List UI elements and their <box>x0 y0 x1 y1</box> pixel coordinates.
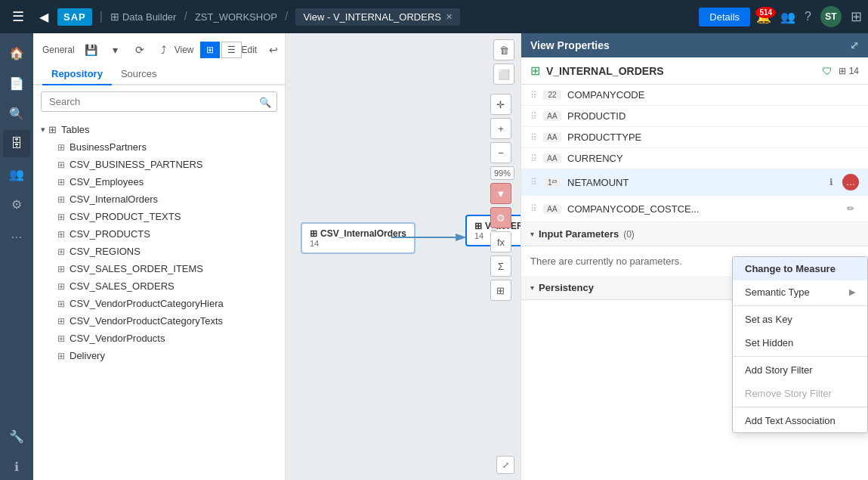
move-control[interactable]: ✛ <box>490 94 511 115</box>
transform-button[interactable]: ⚙ <box>490 207 511 228</box>
sigma-button[interactable]: Σ <box>490 255 511 277</box>
sidebar-general-label: General <box>42 45 75 55</box>
nav-home-icon[interactable]: 🏠 <box>3 39 30 67</box>
user-avatar[interactable]: ST <box>820 6 842 27</box>
drag-handle[interactable]: ⠿ <box>530 203 537 214</box>
list-item[interactable]: ⊞ BusinessPartners <box>33 138 285 156</box>
panel-expand-icon[interactable]: ⤢ <box>850 39 859 51</box>
drag-handle[interactable]: ⠿ <box>530 111 537 122</box>
nav-tools-icon[interactable]: 🔧 <box>3 423 30 450</box>
input-params-empty-text: There are currently no parameters. <box>530 255 682 267</box>
col-name: CURRENCY <box>567 153 859 164</box>
expand-node-button[interactable]: ⬜ <box>493 63 514 85</box>
tree-item-label: CSV_PRODUCT_TEXTS <box>70 211 181 222</box>
trash-button[interactable]: 🗑 <box>493 39 514 60</box>
table-icon: ⊞ <box>57 229 65 240</box>
filter-button[interactable]: ▼ <box>490 183 511 204</box>
hamburger-menu-icon[interactable]: ☰ <box>6 5 30 28</box>
save-button[interactable]: 💾 <box>81 39 102 60</box>
view-section: View ⊞ ☰ <box>175 42 242 58</box>
collaboration-icon[interactable]: 👥 <box>780 10 795 24</box>
ctx-set-hidden[interactable]: Set Hidden <box>733 331 867 355</box>
diagram-view-button[interactable]: ⊞ <box>200 42 220 58</box>
tree-item-label: CSV_VendorProducts <box>70 333 165 344</box>
top-bar-icons: 🔔 514 👥 ? ST ⊞ <box>756 6 862 27</box>
table-icon: ⊞ <box>57 333 65 344</box>
tab-sources[interactable]: Sources <box>112 63 166 85</box>
canvas-area: 🗑 ⬜ ✛ + − 99% ▼ ⚙ fx Σ ⊞ ⊞ CSV_InternalO… <box>286 33 520 480</box>
persistency-title: Persistency <box>539 282 594 293</box>
input-params-section[interactable]: ▾ Input Parameters (0) <box>521 222 868 246</box>
drag-handle[interactable]: ⠿ <box>530 153 537 164</box>
nav-settings-icon[interactable]: ⚙ <box>3 190 30 218</box>
back-button[interactable]: ◀ <box>36 7 51 27</box>
tables-group[interactable]: ▾ ⊞ Tables <box>33 121 285 138</box>
tab-repository[interactable]: Repository <box>42 63 112 85</box>
table-icon: ⊞ <box>57 177 65 187</box>
ctx-set-as-key[interactable]: Set as Key <box>733 308 867 331</box>
tree-item-label: BusinessPartners <box>70 141 147 153</box>
list-item[interactable]: ⊞ CSV_InternalOrders <box>33 190 285 208</box>
undo-button[interactable]: ↩ <box>263 39 284 60</box>
list-item[interactable]: ⊞ CSV_PRODUCTS <box>33 225 285 243</box>
ctx-add-story-filter[interactable]: Add Story Filter <box>733 358 867 382</box>
col-count-value: 14 <box>849 66 859 76</box>
workshop-label[interactable]: ZST_WORKSHOP <box>195 11 277 23</box>
zoom-out-button[interactable]: − <box>490 142 511 163</box>
nav-more-icon[interactable]: … <box>3 221 30 248</box>
zoom-in-button[interactable]: + <box>490 118 511 139</box>
edit-button[interactable]: ✏ <box>842 200 859 217</box>
refresh-button[interactable]: ⟳ <box>129 39 150 60</box>
share-button[interactable]: ⤴ <box>153 39 175 60</box>
list-item[interactable]: ⊞ CSV_VendorProductCategoryTexts <box>33 312 285 330</box>
help-icon[interactable]: ? <box>805 10 811 23</box>
view-name-row: ⊞ V_INTERNAL_ORDERS 🛡 ⊞ 14 <box>521 57 868 85</box>
info-button[interactable]: ℹ <box>823 174 839 190</box>
list-item[interactable]: ⊞ CSV_SALES_ORDER_ITEMS <box>33 260 285 277</box>
view-table-icon: ⊞ <box>530 63 540 78</box>
list-item[interactable]: ⊞ CSV_VendorProducts <box>33 330 285 347</box>
tab-close-icon[interactable]: ✕ <box>446 12 453 22</box>
nav-info-icon[interactable]: ℹ <box>3 453 30 480</box>
col-name: COMPANYCODE <box>567 89 859 101</box>
col-name: PRODUCTID <box>567 110 859 122</box>
ctx-change-to-measure[interactable]: Change to Measure <box>733 257 867 280</box>
drag-handle[interactable]: ⠿ <box>530 177 537 187</box>
nav-page-icon[interactable]: 📄 <box>3 70 30 97</box>
ctx-remove-story-filter[interactable]: Remove Story Filter <box>733 382 867 405</box>
list-view-button[interactable]: ☰ <box>221 42 242 58</box>
apps-grid-icon[interactable]: ⊞ <box>851 8 862 25</box>
list-item[interactable]: ⊞ CSV_Employees <box>33 173 285 190</box>
table-icon: ⊞ <box>310 228 317 239</box>
ctx-add-text-association[interactable]: Add Text Association <box>733 409 867 432</box>
right-panel-header: View Properties ⤢ <box>521 33 868 57</box>
details-button[interactable]: Details <box>699 8 750 26</box>
drag-handle[interactable]: ⠿ <box>530 90 537 101</box>
nav-group-icon[interactable]: 👥 <box>3 160 30 187</box>
save-dropdown-button[interactable]: ▾ <box>105 39 126 60</box>
app-name: ⊞ Data Builder <box>110 11 177 23</box>
view-tab[interactable]: View - V_INTERNAL_ORDERS ✕ <box>295 8 460 26</box>
more-options-button[interactable]: … <box>842 174 859 190</box>
drag-handle[interactable]: ⠿ <box>530 132 537 143</box>
list-item[interactable]: ⊞ Delivery <box>33 347 285 364</box>
section-arrow-icon: ▾ <box>530 283 534 292</box>
ctx-semantic-type[interactable]: Semantic Type ▶ <box>733 280 867 304</box>
nav-search-icon[interactable]: 🔍 <box>3 100 30 127</box>
grid-button[interactable]: ⊞ <box>490 280 511 301</box>
list-item[interactable]: ⊞ CSV_VendorProductCategoryHiera <box>33 295 285 312</box>
list-item[interactable]: ⊞ CSV_BUSINESS_PARTNERS <box>33 156 285 173</box>
view-tab-label: View - V_INTERNAL_ORDERS <box>303 11 441 23</box>
list-item[interactable]: ⊞ CSV_PRODUCT_TEXTS <box>33 208 285 225</box>
tree-item-label: CSV_VendorProductCategoryHiera <box>70 298 224 309</box>
svg-marker-1 <box>456 234 467 241</box>
list-item[interactable]: ⊞ CSV_SALES_ORDERS <box>33 277 285 295</box>
nav-data-icon[interactable]: 🗄 <box>3 130 30 157</box>
tree-arrow-icon: ▾ <box>41 125 45 135</box>
fx-button[interactable]: fx <box>490 231 511 252</box>
canvas-side-toolbar: ✛ + − 99% ▼ ⚙ fx Σ ⊞ <box>490 94 514 301</box>
list-item[interactable]: ⊞ CSV_REGIONS <box>33 243 285 260</box>
search-input[interactable] <box>41 91 277 112</box>
col-type: AA <box>543 153 561 163</box>
canvas-expand-button[interactable]: ⤢ <box>496 456 514 474</box>
